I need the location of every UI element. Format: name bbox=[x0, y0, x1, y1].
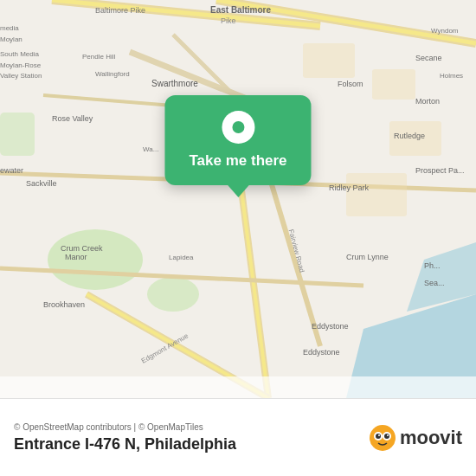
svg-text:Morton: Morton bbox=[415, 97, 440, 106]
svg-text:Brookhaven: Brookhaven bbox=[43, 300, 85, 309]
svg-rect-5 bbox=[0, 113, 35, 156]
svg-point-59 bbox=[370, 425, 396, 451]
svg-text:Holmes: Holmes bbox=[440, 72, 463, 80]
svg-text:Rutledge: Rutledge bbox=[394, 132, 425, 140]
svg-text:Moylan: Moylan bbox=[0, 35, 23, 43]
moovit-icon bbox=[369, 424, 396, 452]
svg-text:media: media bbox=[0, 24, 19, 32]
svg-text:Sackville: Sackville bbox=[26, 179, 57, 188]
svg-point-63 bbox=[384, 434, 389, 439]
svg-text:East Baltimore: East Baltimore bbox=[210, 5, 271, 15]
svg-text:Baltimore Pike: Baltimore Pike bbox=[95, 6, 145, 15]
svg-text:Pendle Hill: Pendle Hill bbox=[82, 53, 115, 61]
pin-inner bbox=[232, 121, 244, 133]
svg-text:Secane: Secane bbox=[415, 54, 442, 62]
svg-text:Lapidea: Lapidea bbox=[169, 254, 194, 261]
svg-point-4 bbox=[147, 277, 199, 312]
svg-text:Wyndom: Wyndom bbox=[431, 27, 459, 35]
svg-text:Prospect Pa...: Prospect Pa... bbox=[415, 166, 465, 175]
svg-rect-20 bbox=[303, 43, 355, 78]
svg-text:Sea...: Sea... bbox=[424, 279, 445, 287]
svg-text:Crum Lynne: Crum Lynne bbox=[346, 253, 389, 261]
svg-point-62 bbox=[376, 434, 381, 439]
svg-text:Ridley Park: Ridley Park bbox=[329, 183, 370, 192]
map-svg: East Baltimore Pike Baltimore Pike Swart… bbox=[0, 0, 476, 398]
svg-text:Valley Station: Valley Station bbox=[0, 72, 42, 80]
svg-point-3 bbox=[48, 229, 143, 290]
bottom-info: © OpenStreetMap contributors | © OpenMap… bbox=[14, 422, 236, 453]
location-pin-icon bbox=[222, 111, 254, 144]
svg-text:Manor: Manor bbox=[65, 253, 87, 261]
svg-text:Rose Valley: Rose Valley bbox=[52, 114, 93, 123]
svg-text:Folsom: Folsom bbox=[338, 80, 363, 88]
svg-text:Ph...: Ph... bbox=[424, 261, 441, 270]
svg-text:Swarthmore: Swarthmore bbox=[151, 79, 198, 88]
moovit-brand-text: moovit bbox=[400, 427, 462, 449]
take-me-there-button[interactable]: Take me there bbox=[189, 152, 286, 170]
map-attribution: © OpenStreetMap contributors | © OpenMap… bbox=[14, 422, 236, 432]
svg-point-64 bbox=[378, 434, 380, 436]
map-container: East Baltimore Pike Baltimore Pike Swart… bbox=[0, 0, 476, 398]
svg-text:Moylan-Rose: Moylan-Rose bbox=[0, 61, 42, 69]
svg-text:Eddystone: Eddystone bbox=[312, 322, 349, 331]
svg-text:Pike: Pike bbox=[221, 16, 236, 25]
svg-rect-58 bbox=[0, 376, 476, 398]
svg-text:ewater: ewater bbox=[0, 166, 23, 175]
moovit-logo: moovit bbox=[369, 424, 462, 452]
place-name: Entrance I-476 N, Philadelphia bbox=[14, 435, 236, 453]
svg-rect-21 bbox=[372, 69, 415, 100]
svg-text:Wallingford: Wallingford bbox=[95, 70, 130, 78]
bottom-bar: © OpenStreetMap contributors | © OpenMap… bbox=[0, 398, 476, 476]
svg-text:Wa...: Wa... bbox=[143, 145, 158, 153]
svg-point-65 bbox=[387, 434, 389, 436]
svg-text:Crum Creek: Crum Creek bbox=[61, 244, 103, 253]
popup-card: Take me there bbox=[164, 95, 311, 185]
svg-rect-22 bbox=[346, 173, 407, 216]
svg-text:South Media: South Media bbox=[0, 50, 39, 58]
svg-text:Eddystone: Eddystone bbox=[303, 348, 340, 357]
